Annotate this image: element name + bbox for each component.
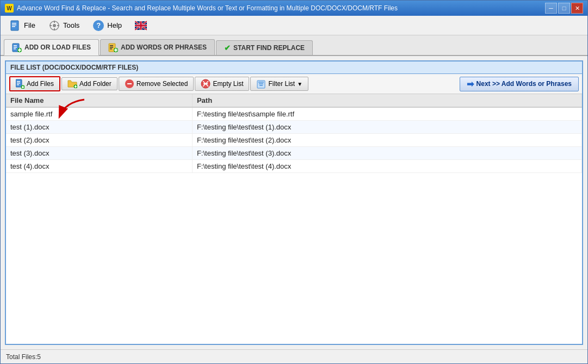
files-table: File Name Path sample file.rtf F:\testin… — [6, 94, 582, 173]
checkmark-icon: ✔ — [224, 44, 231, 52]
menu-item-tools[interactable]: Tools — [42, 17, 86, 34]
file-name-cell: test (1).docx — [6, 121, 192, 134]
add-load-files-icon — [12, 42, 22, 52]
svg-point-5 — [53, 24, 56, 27]
table-row[interactable]: test (4).docx F:\testing file\test\test … — [6, 160, 582, 173]
window-controls: ─ □ ✕ — [545, 3, 583, 14]
add-files-button[interactable]: Add Files — [9, 76, 60, 91]
add-folder-button[interactable]: Add Folder — [61, 77, 117, 90]
window-title: Advance Word Find & Replace - Search and… — [17, 4, 545, 12]
table-row[interactable]: test (1).docx F:\testing file\test\test … — [6, 121, 582, 134]
main-content: FILE LIST (DOC/DOCX/DOCM/RTF FILES) Add … — [1, 56, 587, 349]
file-name-cell: sample file.rtf — [6, 107, 192, 121]
svg-rect-20 — [110, 47, 113, 48]
file-path-cell: F:\testing file\test\test (1).docx — [192, 121, 581, 134]
tab-add-or-load-files[interactable]: ADD OR LOAD FILES — [4, 39, 99, 55]
svg-rect-28 — [17, 84, 19, 85]
remove-selected-button[interactable]: Remove Selected — [119, 77, 194, 91]
svg-rect-1 — [12, 23, 16, 24]
flag-icon — [135, 20, 147, 32]
svg-rect-19 — [110, 45, 113, 46]
menu-bar: File Tools ? Help — [1, 16, 587, 35]
file-path-cell: F:\testing file\test\test (2).docx — [192, 134, 581, 147]
status-text: Total Files:5 — [6, 353, 41, 361]
menu-item-flag[interactable] — [128, 17, 153, 34]
tab-start-find-replace[interactable]: ✔ START FIND REPLACE — [216, 40, 313, 55]
svg-rect-3 — [12, 26, 15, 27]
file-table: File Name Path sample file.rtf F:\testin… — [6, 94, 582, 344]
svg-rect-14 — [14, 48, 16, 50]
panel-header: FILE LIST (DOC/DOCX/DOCM/RTF FILES) — [6, 61, 582, 74]
toolbar: ADD OR LOAD FILES ADD WORDS OR PHRASES ✔… — [1, 35, 587, 56]
svg-rect-39 — [257, 81, 265, 88]
file-menu-icon — [9, 20, 21, 32]
filter-dropdown-arrow: ▼ — [297, 81, 302, 87]
title-bar: W Advance Word Find & Replace - Search a… — [1, 1, 587, 16]
menu-item-help[interactable]: ? Help — [86, 17, 128, 34]
svg-rect-9 — [57, 25, 59, 26]
svg-rect-17 — [18, 50, 21, 51]
svg-rect-0 — [11, 21, 18, 30]
close-button[interactable]: ✕ — [571, 3, 583, 14]
col-header-filename: File Name — [6, 94, 192, 107]
svg-rect-8 — [49, 25, 52, 26]
empty-list-button[interactable]: Empty List — [195, 77, 249, 91]
next-arrow-icon: ➡ — [467, 79, 474, 89]
svg-rect-24 — [114, 50, 117, 51]
filter-list-button[interactable]: Filter List ▼ — [250, 77, 308, 91]
help-menu-icon: ? — [92, 20, 104, 32]
svg-rect-27 — [17, 83, 20, 84]
tools-menu-icon — [48, 20, 60, 32]
menu-item-file[interactable]: File — [3, 17, 42, 34]
remove-selected-icon — [125, 79, 134, 89]
tab-add-or-load-label: ADD OR LOAD FILES — [24, 44, 91, 51]
add-words-icon — [108, 42, 118, 52]
svg-rect-12 — [14, 45, 17, 46]
file-path-cell: F:\testing file\test\test (3).docx — [192, 147, 581, 160]
tab-add-words[interactable]: ADD WORDS OR PHRASES — [100, 39, 215, 55]
file-menu-label: File — [24, 21, 35, 29]
main-window: W Advance Word Find & Replace - Search a… — [0, 0, 588, 364]
add-folder-icon — [67, 79, 77, 88]
tab-start-find-label: START FIND REPLACE — [233, 44, 305, 52]
svg-rect-7 — [54, 28, 55, 30]
add-files-icon — [16, 79, 24, 89]
empty-list-icon — [201, 79, 211, 89]
svg-rect-2 — [12, 24, 16, 26]
file-name-cell: test (4).docx — [6, 160, 192, 173]
filter-list-icon — [256, 79, 266, 89]
file-path-cell: F:\testing file\test\sample file.rtf — [192, 107, 581, 121]
svg-rect-34 — [75, 87, 77, 88]
svg-rect-36 — [127, 83, 132, 84]
file-list-panel: FILE LIST (DOC/DOCX/DOCM/RTF FILES) Add … — [5, 60, 583, 345]
table-row[interactable]: test (2).docx F:\testing file\test\test … — [6, 134, 582, 147]
tab-add-words-label: ADD WORDS OR PHRASES — [121, 44, 207, 51]
tools-menu-label: Tools — [63, 21, 79, 29]
svg-rect-26 — [17, 81, 20, 82]
help-menu-label: Help — [107, 21, 122, 29]
file-path-cell: F:\testing file\test\test (4).docx — [192, 160, 581, 173]
svg-rect-21 — [110, 48, 112, 50]
app-icon: W — [5, 4, 14, 13]
status-bar: Total Files:5 — [1, 349, 587, 363]
svg-rect-31 — [22, 87, 24, 88]
table-row[interactable]: test (3).docx F:\testing file\test\test … — [6, 147, 582, 160]
file-name-cell: test (3).docx — [6, 147, 192, 160]
restore-button[interactable]: □ — [558, 3, 570, 14]
next-button[interactable]: ➡ Next >> Add Words or Phrases — [460, 77, 579, 91]
file-name-cell: test (2).docx — [6, 134, 192, 147]
svg-rect-13 — [14, 47, 17, 48]
svg-rect-6 — [54, 21, 55, 23]
table-row[interactable]: sample file.rtf F:\testing file\test\sam… — [6, 107, 582, 121]
minimize-button[interactable]: ─ — [545, 3, 557, 14]
action-buttons-row: Add Files Add Folder — [6, 74, 582, 94]
col-header-path: Path — [192, 94, 581, 107]
